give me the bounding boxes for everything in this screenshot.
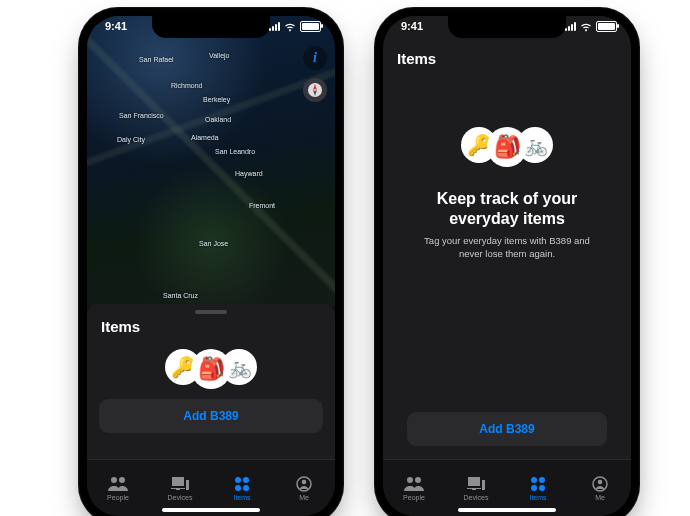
cellular-icon xyxy=(565,22,576,31)
notch xyxy=(448,16,566,38)
map-city-label: San Rafael xyxy=(139,56,174,63)
onboarding-subtitle: Tag your everyday items with B389 and ne… xyxy=(417,235,597,261)
info-icon: i xyxy=(313,50,317,66)
item-icon-row: 🔑 🎒 🚲 xyxy=(466,127,548,167)
tab-label: Items xyxy=(233,494,250,501)
map-info-button[interactable]: i xyxy=(303,46,327,70)
compass-icon xyxy=(307,82,323,98)
iphone-right: 9:41 Items 🔑 🎒 🚲 Keep track of your ever… xyxy=(374,7,640,516)
svg-point-14 xyxy=(598,479,603,484)
svg-point-8 xyxy=(302,479,307,484)
devices-icon xyxy=(467,476,485,492)
people-icon xyxy=(404,476,424,492)
map-city-label: Oakland xyxy=(205,116,231,123)
map-city-label: Alameda xyxy=(191,134,219,141)
sheet-grabber[interactable] xyxy=(195,310,227,314)
tab-me[interactable]: Me xyxy=(569,460,631,516)
home-indicator[interactable] xyxy=(458,508,556,512)
items-sheet[interactable]: Items 🔑 🎒 🚲 Add B389 xyxy=(87,304,335,460)
tab-people[interactable]: People xyxy=(383,460,445,516)
svg-point-9 xyxy=(531,477,537,483)
item-icon-row: 🔑 🎒 🚲 xyxy=(170,349,252,389)
svg-point-6 xyxy=(243,485,249,491)
status-time: 9:41 xyxy=(401,20,423,32)
svg-point-12 xyxy=(539,485,545,491)
status-time: 9:41 xyxy=(105,20,127,32)
map-city-label: Daly City xyxy=(117,136,145,143)
tab-me[interactable]: Me xyxy=(273,460,335,516)
iphone-left: 9:41 i San RafaelVallejoRichmondBerkeley… xyxy=(78,7,344,516)
svg-point-10 xyxy=(539,477,545,483)
notch xyxy=(152,16,270,38)
tab-label: Me xyxy=(299,494,309,501)
onboarding-heading: Keep track of your everyday items xyxy=(407,189,607,229)
svg-point-3 xyxy=(235,477,241,483)
me-icon xyxy=(296,476,312,492)
map-city-label: Richmond xyxy=(171,82,203,89)
tab-people[interactable]: People xyxy=(87,460,149,516)
map-compass-button[interactable] xyxy=(303,78,327,102)
map-city-label: Berkeley xyxy=(203,96,230,103)
map-city-label: Vallejo xyxy=(209,52,230,59)
battery-icon xyxy=(300,21,321,32)
map-city-label: San Jose xyxy=(199,240,228,247)
map-city-label: Santa Cruz xyxy=(163,292,198,299)
wifi-icon xyxy=(580,22,592,31)
screen: 9:41 Items 🔑 🎒 🚲 Keep track of your ever… xyxy=(383,16,631,516)
tab-label: People xyxy=(107,494,129,501)
people-icon xyxy=(108,476,128,492)
devices-icon xyxy=(171,476,189,492)
map-city-label: Fremont xyxy=(249,202,275,209)
wifi-icon xyxy=(284,22,296,31)
cellular-icon xyxy=(269,22,280,31)
sheet-title: Items xyxy=(87,318,335,339)
tab-label: Devices xyxy=(464,494,489,501)
svg-point-4 xyxy=(243,477,249,483)
items-icon xyxy=(530,476,546,492)
map-city-label: San Leandro xyxy=(215,148,255,155)
backpack-icon: 🎒 xyxy=(487,127,527,167)
me-icon xyxy=(592,476,608,492)
tab-label: Me xyxy=(595,494,605,501)
backpack-icon: 🎒 xyxy=(191,349,231,389)
map-city-label: San Francisco xyxy=(119,112,164,119)
tab-label: Devices xyxy=(168,494,193,501)
add-item-button[interactable]: Add B389 xyxy=(99,399,323,433)
svg-point-5 xyxy=(235,485,241,491)
screen: 9:41 i San RafaelVallejoRichmondBerkeley… xyxy=(87,16,335,516)
add-item-button[interactable]: Add B389 xyxy=(407,412,607,446)
svg-point-11 xyxy=(531,485,537,491)
items-onboarding: Items 🔑 🎒 🚲 Keep track of your everyday … xyxy=(383,16,631,516)
tab-label: People xyxy=(403,494,425,501)
home-indicator[interactable] xyxy=(162,508,260,512)
map-view[interactable]: i San RafaelVallejoRichmondBerkeleySan F… xyxy=(87,16,335,306)
map-city-label: Hayward xyxy=(235,170,263,177)
tab-label: Items xyxy=(529,494,546,501)
battery-icon xyxy=(596,21,617,32)
items-icon xyxy=(234,476,250,492)
